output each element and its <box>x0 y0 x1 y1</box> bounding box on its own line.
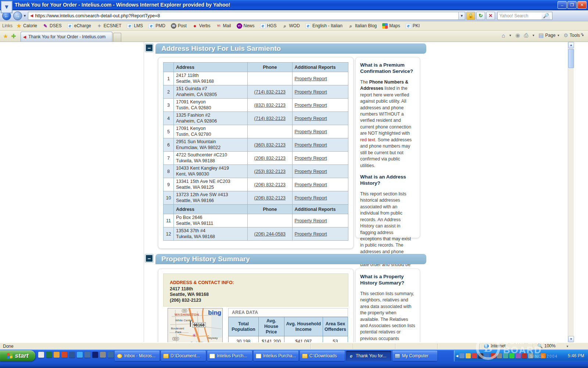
home-icon[interactable]: ⌂ <box>502 32 505 39</box>
search-input[interactable] <box>498 13 542 18</box>
taskbar-button[interactable]: My Computer <box>392 351 437 361</box>
links-bar-item[interactable]: WPost <box>171 23 187 29</box>
quick-launch-icon-7[interactable] <box>85 352 90 358</box>
links-bar-item[interactable]: eeCharge <box>67 23 91 29</box>
property-report-link[interactable]: Property Report <box>295 231 327 237</box>
tray-icon-8[interactable] <box>503 353 508 358</box>
property-report-link[interactable]: Property Report <box>295 218 327 223</box>
favorites-star-icon[interactable]: ★ <box>3 33 8 40</box>
address-dropdown-icon[interactable]: ▼ <box>458 12 465 20</box>
scrollbar-thumb[interactable] <box>568 49 574 68</box>
phone-link[interactable]: (206) 244-0583 <box>254 231 286 237</box>
phone-link[interactable]: (206) 832-2123 <box>254 195 286 201</box>
home-dropdown-icon[interactable]: ▼ <box>509 34 512 37</box>
forward-button[interactable]: → <box>13 11 22 20</box>
minimize-button[interactable]: – <box>557 1 567 9</box>
collapse-section-button[interactable]: − <box>145 254 153 262</box>
zoom-dropdown-icon[interactable]: ▼ <box>566 345 569 348</box>
toolbar-overflow-icon[interactable]: » <box>581 31 583 36</box>
taskbar-button[interactable]: D:\Document... <box>161 351 206 361</box>
url-input[interactable] <box>35 13 458 18</box>
quick-launch-icon-1[interactable] <box>38 352 44 358</box>
property-report-link[interactable]: Property Report <box>295 89 327 95</box>
links-bar-item[interactable]: ⌕Italian Blog <box>348 23 377 29</box>
tray-icon-12[interactable] <box>528 353 533 358</box>
zoom-control[interactable]: 🔍 100% <box>537 343 556 348</box>
links-bar-item[interactable]: ✎DSES <box>43 23 62 29</box>
start-button[interactable]: start <box>0 350 35 361</box>
tray-icon-9[interactable] <box>509 353 514 358</box>
quick-launch-icon-2[interactable] <box>46 352 52 358</box>
tray-icon-7[interactable] <box>497 353 502 358</box>
refresh-button[interactable]: ↻ <box>476 12 485 20</box>
links-bar-item[interactable]: ⌕WOD <box>282 23 300 29</box>
links-bar-item[interactable]: eHGS <box>260 23 277 29</box>
search-icon[interactable]: 🔎 <box>542 12 551 20</box>
taskbar-button[interactable]: eThank You for... <box>346 351 391 361</box>
quick-launch-icon-5[interactable] <box>69 352 75 358</box>
property-report-link[interactable]: Property Report <box>295 129 327 134</box>
links-bar-item[interactable]: eEnglish - Italian <box>305 23 343 29</box>
property-report-link[interactable]: Property Report <box>295 116 327 121</box>
taskbar-button[interactable]: Inbox - Micros... <box>115 351 159 361</box>
phone-link[interactable]: (714) 832-2123 <box>254 89 286 95</box>
print-dropdown-icon[interactable]: ▼ <box>532 34 535 37</box>
property-report-link[interactable]: Property Report <box>295 76 327 81</box>
quick-launch-icon-10[interactable] <box>108 352 114 358</box>
quick-launch-icon-4[interactable] <box>61 352 67 358</box>
phone-link[interactable]: (714) 832-2123 <box>254 116 286 121</box>
property-report-link[interactable]: Property Report <box>295 103 327 108</box>
property-report-link[interactable]: Property Report <box>295 169 327 174</box>
phone-link[interactable]: (360) 832-2123 <box>254 142 286 148</box>
tray-icon-4[interactable] <box>478 353 483 358</box>
links-bar-item[interactable]: ●Verbs <box>192 23 211 29</box>
print-icon[interactable]: ⎙ <box>524 32 528 39</box>
collapse-section-button[interactable]: − <box>145 44 153 52</box>
quick-launch-icon-9[interactable] <box>100 352 106 358</box>
tray-icon-14[interactable] <box>541 353 546 358</box>
quick-launch-icon-8[interactable] <box>92 352 98 358</box>
links-bar-item[interactable]: eLMS <box>127 23 143 29</box>
search-box[interactable]: 🔎 <box>497 12 552 20</box>
links-bar-item[interactable]: Maps <box>382 23 400 29</box>
tray-icon-2[interactable] <box>466 353 471 358</box>
stop-button[interactable]: ✕ <box>486 12 495 20</box>
taskbar-button[interactable]: Intelius Purch... <box>207 351 252 361</box>
taskbar-button[interactable]: C:\Downloads <box>300 351 345 361</box>
phone-link[interactable]: (206) 832-2123 <box>254 156 286 161</box>
add-favorite-icon[interactable]: ✚ <box>11 33 16 40</box>
history-dropdown-icon[interactable]: ▼ <box>23 14 26 18</box>
tray-icon-10[interactable] <box>516 353 521 358</box>
phone-link[interactable]: (206) 832-2123 <box>254 182 286 187</box>
links-bar-item[interactable]: ePMD <box>148 23 165 29</box>
bing-map[interactable]: WASHINGTON White Center 98168 Boulevard … <box>168 308 223 342</box>
vertical-scrollbar[interactable]: ▲ ▼ <box>568 42 574 342</box>
property-report-link[interactable]: Property Report <box>295 156 327 161</box>
close-button[interactable]: ✕ <box>577 1 587 9</box>
quick-launch-icon-3[interactable] <box>54 352 60 358</box>
tray-icon-5[interactable] <box>484 353 490 358</box>
new-tab-stub[interactable] <box>113 33 121 42</box>
tray-icon-3[interactable] <box>472 353 477 358</box>
quick-launch-icon-6[interactable] <box>77 352 83 358</box>
links-bar-item[interactable]: Y!News <box>237 23 255 29</box>
links-bar-item[interactable]: ★Calorie <box>16 23 37 29</box>
page-menu[interactable]: ▤ Page ▼ <box>538 32 560 39</box>
property-report-link[interactable]: Property Report <box>295 195 327 201</box>
links-bar-item[interactable]: ✦ECSNET <box>97 23 122 29</box>
tray-icon-13[interactable] <box>534 353 539 358</box>
scroll-down-icon[interactable]: ▼ <box>568 336 574 342</box>
tray-icon-11[interactable] <box>522 353 527 358</box>
phone-link[interactable]: (832) 832-2123 <box>254 103 286 108</box>
links-bar-item[interactable]: ePKI <box>406 23 420 29</box>
taskbar-button[interactable]: Intelius Purcha... <box>254 351 298 361</box>
tray-icon-6[interactable] <box>491 353 496 358</box>
links-bar-item[interactable]: Y!Mail <box>216 23 231 29</box>
rss-feed-icon[interactable]: ◉ <box>515 32 520 39</box>
tab-active[interactable]: ◀ Thank You for Your Order - Intelius.co… <box>21 32 112 42</box>
property-report-link[interactable]: Property Report <box>295 182 327 187</box>
phone-link[interactable]: (253) 832-2123 <box>254 169 286 174</box>
property-report-link[interactable]: Property Report <box>295 142 327 148</box>
address-bar[interactable]: ◀ ▼ <box>28 12 465 20</box>
tray-icon-1[interactable] <box>459 353 465 358</box>
